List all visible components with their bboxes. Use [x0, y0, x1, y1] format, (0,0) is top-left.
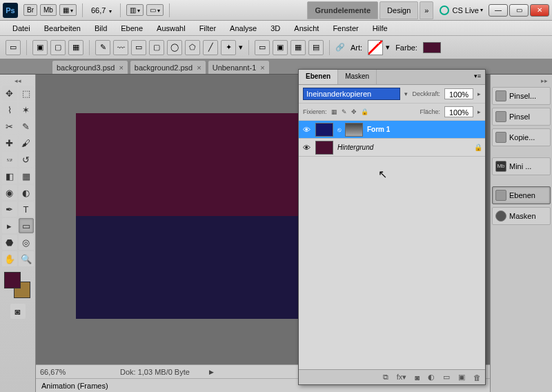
move-tool[interactable]: ✥ — [2, 86, 17, 101]
vector-mask-thumb[interactable] — [345, 123, 363, 137]
opacity-input[interactable]: 100% — [444, 88, 473, 99]
layer-hintergrund[interactable]: 👁 Hintergrund 🔒 — [299, 139, 485, 157]
screenmode-button[interactable]: ▭▾ — [146, 4, 164, 16]
eraser-tool[interactable]: ◧ — [2, 168, 17, 184]
lock-transparent-icon[interactable]: ▦ — [331, 108, 337, 115]
bridge-button[interactable]: Br — [23, 4, 37, 16]
menu-hilfe[interactable]: Hilfe — [366, 22, 395, 35]
paths-button[interactable]: ▢ — [50, 40, 66, 55]
vector-link-icon[interactable]: ⎋ — [337, 126, 341, 133]
panel-menu-icon[interactable]: ▾≡ — [470, 70, 485, 84]
minibridge-button[interactable]: Mb — [40, 4, 57, 16]
gradient-tool[interactable]: ▦ — [19, 168, 34, 184]
tab-ebenen[interactable]: Ebenen — [299, 70, 338, 84]
menu-3d[interactable]: 3D — [264, 22, 287, 35]
zoom-level[interactable]: 66,7 ▾ — [91, 6, 112, 14]
collapse-icon[interactable]: ◂◂ — [14, 77, 21, 84]
layer-fx-icon[interactable]: fx▾ — [397, 373, 407, 382]
menu-ansicht[interactable]: Ansicht — [287, 22, 326, 35]
dock-ebenen[interactable]: Ebenen — [492, 186, 551, 204]
rectangle-tool[interactable]: ▭ — [19, 218, 34, 233]
visibility-icon[interactable]: 👁 — [302, 144, 311, 152]
polygon-shape-icon[interactable]: ⬠ — [185, 40, 200, 55]
3d-tool[interactable]: ⬣ — [2, 235, 17, 250]
view-extras-button[interactable]: ▦▾ — [59, 4, 77, 16]
status-play-icon[interactable]: ▶ — [209, 369, 214, 375]
brush-tool[interactable]: 🖌 — [19, 135, 34, 150]
3d-camera-tool[interactable]: ◎ — [19, 235, 34, 250]
menu-datei[interactable]: Datei — [6, 22, 37, 35]
layer-mask-icon[interactable]: ◙ — [415, 373, 420, 382]
pen-tool[interactable]: ✒ — [2, 202, 17, 217]
lock-position-icon[interactable]: ✥ — [351, 108, 357, 115]
type-tool[interactable]: T — [19, 202, 34, 217]
zoom-tool[interactable]: 🔍 — [19, 251, 34, 266]
lock-pixels-icon[interactable]: ✎ — [342, 108, 347, 115]
close-icon[interactable]: × — [260, 63, 264, 72]
collapse-icon[interactable]: ▸▸ — [492, 77, 551, 84]
blur-tool[interactable]: ◉ — [2, 185, 17, 200]
history-brush-tool[interactable]: ↺ — [19, 152, 34, 167]
layer-form1[interactable]: 👁 ⎋ Form 1 — [299, 121, 485, 139]
dock-pinsel-presets[interactable]: Pinsel... — [492, 87, 551, 105]
layer-thumb[interactable] — [315, 123, 333, 137]
chevron-right-icon[interactable]: ▸ — [477, 108, 481, 115]
layer-name[interactable]: Form 1 — [367, 126, 390, 133]
shape-layers-button[interactable]: ▣ — [32, 40, 48, 55]
pen-icon[interactable]: ✎ — [95, 40, 110, 55]
fill-input[interactable]: 100% — [444, 106, 473, 117]
stamp-tool[interactable]: ⎃ — [2, 152, 17, 167]
quick-select-tool[interactable]: ✶ — [19, 102, 34, 117]
dock-minibridge[interactable]: MbMini ... — [492, 157, 551, 175]
status-doc[interactable]: Dok: 1,03 MB/0 Byte — [120, 368, 190, 376]
menu-fenster[interactable]: Fenster — [326, 22, 365, 35]
new-layer-icon[interactable]: ▣ — [458, 373, 465, 382]
workspace-design[interactable]: Design — [379, 1, 418, 19]
quickmask-tool[interactable]: ◙ — [10, 304, 26, 319]
menu-bearbeiten[interactable]: Bearbeiten — [37, 22, 88, 35]
dock-masken[interactable]: Masken — [492, 207, 551, 225]
link-layers-icon[interactable]: ⧉ — [383, 373, 388, 382]
arrange-button[interactable]: ▥▾ — [126, 4, 144, 16]
layer-thumb[interactable] — [315, 141, 333, 155]
visibility-icon[interactable]: 👁 — [302, 126, 311, 134]
color-swatch[interactable] — [423, 42, 441, 53]
close-button[interactable]: ✕ — [530, 4, 549, 17]
hand-tool[interactable]: ✋ — [2, 251, 17, 266]
blend-mode-select[interactable]: Ineinanderkopieren — [303, 88, 400, 100]
custom-shape-icon[interactable]: ✦ — [221, 40, 236, 55]
link-icon[interactable]: 🔗 — [335, 43, 345, 52]
menu-bild[interactable]: Bild — [88, 22, 114, 35]
lock-all-icon[interactable]: 🔒 — [361, 108, 368, 115]
doctab-unbenannt[interactable]: Unbenannt-1× — [208, 60, 270, 74]
color-picker[interactable] — [4, 272, 32, 300]
lasso-tool[interactable]: ⌇ — [2, 102, 17, 117]
path-op-1[interactable]: ▭ — [255, 40, 270, 55]
chevron-down-icon[interactable]: ▾ — [404, 90, 408, 97]
rectangle-shape-icon[interactable]: ▭ — [131, 40, 146, 55]
path-select-tool[interactable]: ▸ — [2, 218, 17, 233]
marquee-tool[interactable]: ⬚ — [19, 86, 34, 101]
workspace-grundelemente[interactable]: Grundelemente — [307, 1, 378, 19]
close-icon[interactable]: × — [197, 63, 201, 72]
cslive-button[interactable]: CS Live ▾ — [440, 6, 483, 15]
path-op-2[interactable]: ▣ — [273, 40, 288, 55]
delete-layer-icon[interactable]: 🗑 — [473, 373, 481, 382]
foreground-color[interactable] — [4, 272, 21, 288]
dodge-tool[interactable]: ◐ — [19, 185, 34, 200]
doctab-bg3[interactable]: background3.psd× — [52, 60, 128, 74]
path-op-3[interactable]: ▦ — [290, 40, 306, 55]
ellipse-shape-icon[interactable]: ◯ — [167, 40, 182, 55]
eyedropper-tool[interactable]: ✎ — [19, 119, 34, 134]
menu-ebene[interactable]: Ebene — [114, 22, 150, 35]
menu-auswahl[interactable]: Auswahl — [150, 22, 193, 35]
chevron-right-icon[interactable]: ▸ — [477, 90, 481, 97]
crop-tool[interactable]: ✂ — [2, 119, 17, 134]
dock-kopie[interactable]: Kopie... — [492, 128, 551, 146]
doctab-bg2[interactable]: background2.psd× — [130, 60, 206, 74]
line-shape-icon[interactable]: ╱ — [203, 40, 218, 55]
adjustment-layer-icon[interactable]: ◐ — [428, 373, 435, 382]
freeform-pen-icon[interactable]: 〰 — [113, 40, 128, 55]
workspace-more[interactable]: » — [420, 1, 433, 19]
menu-analyse[interactable]: Analyse — [223, 22, 264, 35]
